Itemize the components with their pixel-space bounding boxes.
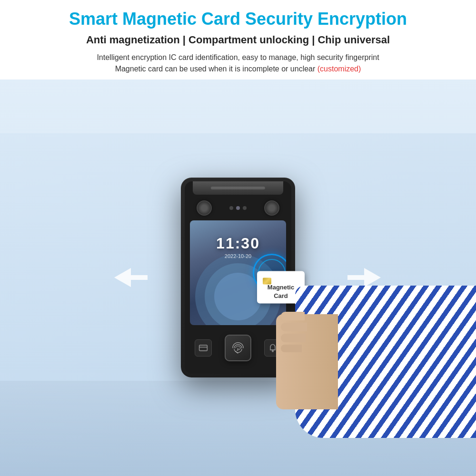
left-camera: [197, 200, 212, 216]
camera-row: [193, 198, 283, 218]
sensor-strip: [193, 181, 283, 195]
magnetic-card: Magnetic Card: [257, 271, 305, 304]
device-container: 11:30 2022-10-20: [181, 178, 295, 377]
sub-title: Anti magnetization | Compartment unlocki…: [29, 33, 447, 47]
date-display: 2022-10-20: [216, 253, 260, 259]
arrow-left-icon: [114, 268, 148, 287]
time-display: 11:30: [216, 235, 260, 252]
office-floor: [0, 381, 476, 476]
product-area: 11:30 2022-10-20: [0, 79, 476, 476]
screen-time-area: 11:30 2022-10-20: [216, 235, 260, 259]
description: Intelligent encryption IC card identific…: [90, 52, 386, 75]
bell-button[interactable]: [264, 339, 281, 357]
card-button[interactable]: [195, 339, 212, 357]
page-wrapper: Smart Magnetic Card Security Encryption …: [0, 0, 476, 476]
card-label-line1: Magnetic: [268, 284, 294, 291]
sensor-dot-1: [229, 206, 233, 210]
bottom-buttons: [193, 331, 283, 365]
svg-point-2: [272, 351, 274, 352]
fingerprint-button[interactable]: [225, 335, 251, 361]
right-camera: [264, 200, 279, 216]
card-label-line2: Card: [274, 293, 288, 300]
description-highlight: (customized): [317, 65, 361, 73]
sensor-dot-2: [236, 206, 240, 210]
sensor-dots: [229, 206, 247, 210]
card-chip: [263, 278, 271, 285]
sensor-dot-3: [243, 206, 247, 210]
hand-card-container: Magnetic Card: [257, 271, 305, 304]
arrow-right-icon: [347, 268, 381, 287]
svg-rect-0: [199, 346, 207, 351]
header-section: Smart Magnetic Card Security Encryption …: [0, 0, 476, 79]
main-title: Smart Magnetic Card Security Encryption: [29, 9, 447, 29]
